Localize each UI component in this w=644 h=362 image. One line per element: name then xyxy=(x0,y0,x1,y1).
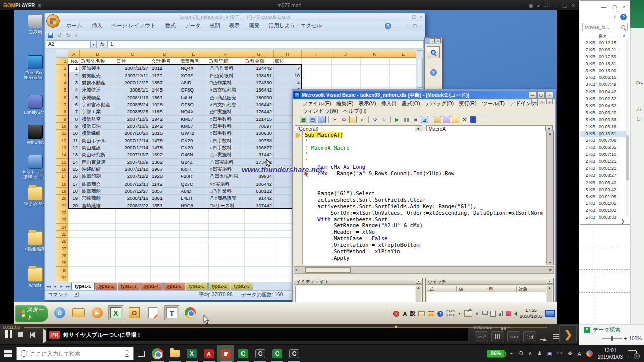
cell-date[interactable]: 2008/5/24 xyxy=(115,101,150,108)
list-item[interactable]: 2 KB 00:04:42 xyxy=(580,88,626,96)
ribbon-tab[interactable]: 校閲 xyxy=(205,21,225,31)
row-header[interactable]: 10 xyxy=(56,123,68,130)
list-item[interactable]: 5 KB 00:01:05 xyxy=(580,194,626,201)
cell-slip[interactable]: H9G8 xyxy=(179,202,208,209)
palette-restore-button[interactable]: ▫ xyxy=(430,38,435,43)
cell-no[interactable]: 19 xyxy=(68,195,80,202)
list-item[interactable]: 1 KB 00:05:16 xyxy=(580,124,626,131)
ribbon-tab[interactable]: 表示 xyxy=(225,21,245,31)
qat-dropdown-icon[interactable]: ▼ xyxy=(74,34,78,37)
cell-date[interactable]: 2007/12/14 xyxy=(115,137,150,144)
row-header[interactable]: 17 xyxy=(56,173,68,180)
row-header[interactable]: 9 xyxy=(56,116,68,123)
cell-no[interactable]: 14 xyxy=(68,159,80,166)
cell-account[interactable]: 1967 xyxy=(150,166,179,173)
row-header[interactable]: 24 xyxy=(56,224,68,231)
cell-name[interactable]: 愛媛不動産 xyxy=(80,79,115,86)
office-button[interactable] xyxy=(46,14,60,28)
excel-close-button[interactable]: × xyxy=(420,14,422,19)
cell-detail[interactable]: ×凹支払利息 xyxy=(208,101,244,108)
minimize-button[interactable]: — xyxy=(553,3,558,8)
list-item[interactable]: 2 KB 00:08:27 xyxy=(580,172,626,179)
cell-date[interactable]: 2008/2/22 xyxy=(115,202,150,209)
scroll-right-icon[interactable]: ❯ xyxy=(580,219,630,224)
table-row[interactable]: 17 岐阜商会 2007/12/13 1142 Q27C ×○実施料 10644… xyxy=(68,180,302,188)
cell-no[interactable]: 10 xyxy=(68,130,80,137)
cell-amount[interactable]: 121415 xyxy=(244,116,274,123)
first-sheet-icon[interactable]: ◂◂ xyxy=(46,283,51,289)
header-cell[interactable]: 取引先名称 xyxy=(80,58,115,65)
redo-button[interactable]: ↻ xyxy=(66,32,70,39)
cell-no[interactable]: 9 xyxy=(68,123,80,130)
flag-icon[interactable] xyxy=(482,311,487,316)
menu-item[interactable]: ヘルプ(H) xyxy=(341,107,369,115)
cell-date[interactable]: 2008/1/16 xyxy=(115,94,150,101)
formula-bar[interactable]: 1 xyxy=(108,40,424,48)
table-row[interactable]: 19 宮崎商船 2008/1/16 1861 L4LH 凸○商品販売 91442… xyxy=(68,195,302,202)
cell-account[interactable]: 1861 xyxy=(150,195,179,202)
row-header[interactable]: 11 xyxy=(56,130,68,137)
palette-title-bar[interactable]: ▫ × xyxy=(425,38,442,44)
list-item[interactable]: 7 KB 00:06:35 xyxy=(580,144,626,151)
camtasia-taskbar-icon[interactable]: C xyxy=(252,345,269,362)
excel-maximize-button[interactable]: ▢ xyxy=(412,14,416,19)
gom-title-bar[interactable]: GOMPLAYER ⚙ m077.mp4 ◉ ▸ ⛶ — ▢ × xyxy=(0,0,579,10)
row-header[interactable]: 5 xyxy=(56,86,68,94)
excel-taskbar-icon[interactable]: X xyxy=(108,305,123,320)
watch-title[interactable]: ウォッチ xyxy=(426,278,553,285)
excel-taskbar-icon[interactable]: X xyxy=(183,345,200,362)
clipboard-tray-icon[interactable] xyxy=(490,311,496,317)
cell-no[interactable]: 11 xyxy=(68,137,80,144)
header-cell[interactable]: 順位 xyxy=(274,58,302,65)
explorer-taskbar-icon[interactable] xyxy=(166,345,183,362)
cell-amount[interactable]: 99758 xyxy=(244,137,274,144)
list-item[interactable]: 2 KB 00:01:21 xyxy=(580,165,626,172)
ime-a-indicator[interactable]: A xyxy=(403,311,407,317)
video-area[interactable]: ごみ箱 Free Scre Recorder 8 LonelyScre WinS… xyxy=(0,10,579,324)
sheet-tab[interactable]: type1-1 xyxy=(71,283,95,290)
save-button[interactable] xyxy=(48,33,53,38)
menu-item[interactable]: 表示(V) xyxy=(356,100,378,107)
workbook-minimize-button[interactable]: — xyxy=(406,23,410,28)
cell-date[interactable]: 2007/12/27 xyxy=(115,188,150,195)
column-header[interactable]: F xyxy=(208,50,244,58)
menu-item[interactable]: ツール(T) xyxy=(479,100,507,107)
tray-icon[interactable] xyxy=(506,311,511,316)
menu-item[interactable]: ウィンドウ(W) xyxy=(300,107,341,115)
cell-amount[interactable]: 108451 xyxy=(244,72,274,79)
table-row[interactable]: 9 横浜石油 2007/10/6 1942 KM57 ○凹手数料 78597 1… xyxy=(68,123,302,130)
cell-name[interactable]: 岐阜商船 xyxy=(80,188,115,195)
project-explorer-icon[interactable] xyxy=(434,116,441,123)
search-input[interactable] xyxy=(30,351,111,357)
cell-name[interactable]: 宮崎繊維 xyxy=(80,202,115,209)
row-header[interactable]: 30 xyxy=(56,267,68,274)
table-row[interactable]: 3 愛媛不動産 2007/12/27 1857 A8ID □凸作業料 17436… xyxy=(68,79,302,86)
pause-button[interactable] xyxy=(5,330,12,338)
row-header[interactable]: 26 xyxy=(56,238,68,245)
vba-maximize-button[interactable]: ▢ xyxy=(537,92,545,98)
cell-date[interactable]: 2007/10/6 xyxy=(115,123,150,130)
immediate-close-icon[interactable]: × xyxy=(416,279,421,284)
table-row[interactable]: 16 岐阜印刷 2007/12/2 1928 F28R 凸凹支払利息 89934… xyxy=(68,173,302,180)
redo-icon[interactable]: ↻ xyxy=(380,116,388,123)
cell-slip[interactable]: XO3S xyxy=(179,72,208,79)
cell-account[interactable]: 1011 xyxy=(150,65,179,72)
ie-icon[interactable]: e xyxy=(52,305,67,320)
recorder-tray-icon[interactable] xyxy=(393,311,399,317)
people-icon[interactable]: ☊ xyxy=(518,350,523,357)
code-pane[interactable]: Sub MacroA()'' MacroA Macro'' Dim cMx As… xyxy=(294,131,554,265)
scroll-up-icon[interactable]: ∧ xyxy=(622,33,626,40)
header-cell[interactable]: 伝票番号 xyxy=(179,58,208,65)
cell-no[interactable]: 8 xyxy=(68,116,80,123)
vba-help-icon[interactable]: ? xyxy=(470,116,476,123)
watch-column-header[interactable]: 型 xyxy=(487,286,517,292)
media-player-icon[interactable]: ▶ xyxy=(90,305,105,320)
list-item[interactable]: 2 KB 00:12:15 xyxy=(580,40,626,47)
cell-name[interactable]: 宇部工業 xyxy=(80,108,115,115)
ribbon-tab[interactable]: ホーム xyxy=(62,21,87,31)
cell-slip[interactable]: GK20 xyxy=(179,144,208,151)
ime-mode-indicator[interactable]: 般 xyxy=(410,310,415,317)
code-horizontal-scrollbar[interactable]: ≡▶ xyxy=(294,266,554,274)
module-minimize-button[interactable]: — xyxy=(531,99,538,104)
column-header[interactable]: A xyxy=(68,50,80,58)
